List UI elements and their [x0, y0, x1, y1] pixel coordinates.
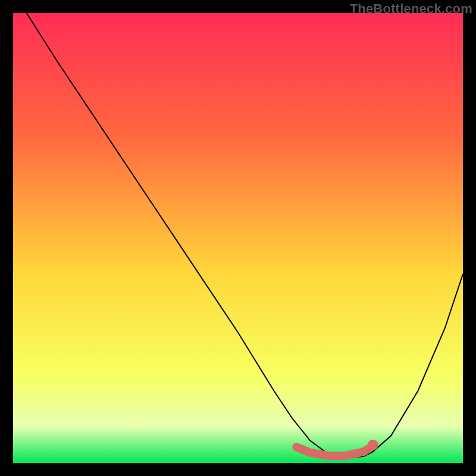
- gradient-background: [13, 13, 463, 463]
- chart-frame: TheBottleneck.com: [0, 0, 476, 476]
- marker-dot: [368, 440, 378, 450]
- plot-svg: [13, 13, 463, 463]
- watermark-text: TheBottleneck.com: [350, 1, 472, 17]
- plot-area: [13, 13, 463, 463]
